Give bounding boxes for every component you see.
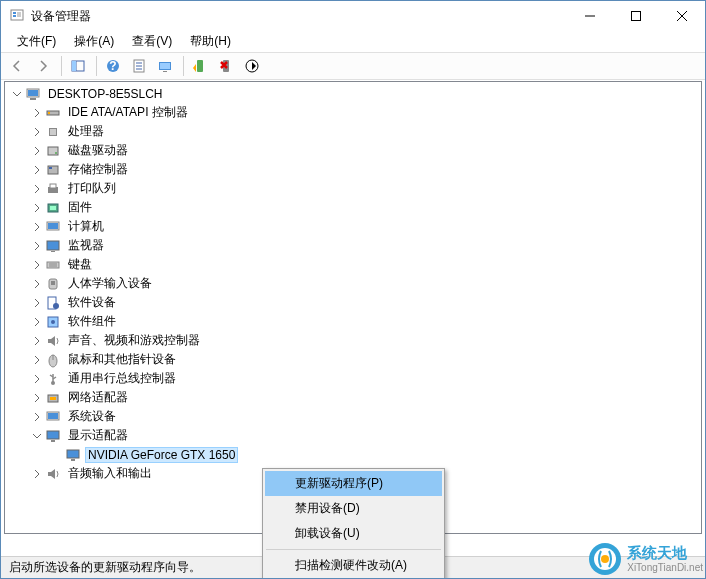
tree-category[interactable]: 打印队列: [5, 179, 701, 198]
ctx-uninstall-device[interactable]: 卸载设备(U): [265, 521, 442, 546]
category-label[interactable]: 软件组件: [65, 312, 119, 331]
menu-action[interactable]: 操作(A): [66, 31, 122, 52]
svg-rect-3: [17, 12, 21, 17]
svg-marker-24: [252, 62, 256, 70]
tree-category[interactable]: 磁盘驱动器: [5, 141, 701, 160]
tree-category[interactable]: 处理器: [5, 122, 701, 141]
minimize-button[interactable]: [567, 1, 613, 31]
chevron-right-icon[interactable]: [29, 105, 45, 121]
device-category-icon: [45, 276, 61, 292]
chevron-down-icon[interactable]: [29, 428, 45, 444]
chevron-right-icon[interactable]: [29, 295, 45, 311]
tree-device-gpu[interactable]: NVIDIA GeForce GTX 1650: [5, 445, 701, 464]
chevron-right-icon[interactable]: [29, 238, 45, 254]
category-label[interactable]: 打印队列: [65, 179, 119, 198]
chevron-down-icon[interactable]: [9, 86, 25, 102]
device-category-icon: [45, 352, 61, 368]
svg-rect-61: [48, 413, 58, 419]
chevron-right-icon[interactable]: [29, 352, 45, 368]
category-label[interactable]: 固件: [65, 198, 95, 217]
chevron-right-icon[interactable]: [29, 390, 45, 406]
category-label[interactable]: 处理器: [65, 122, 107, 141]
tree-category[interactable]: 鼠标和其他指针设备: [5, 350, 701, 369]
category-label[interactable]: 通用串行总线控制器: [65, 369, 179, 388]
chevron-right-icon[interactable]: [29, 181, 45, 197]
category-label[interactable]: IDE ATA/ATAPI 控制器: [65, 103, 191, 122]
back-button[interactable]: [5, 54, 29, 78]
chevron-right-icon[interactable]: [29, 143, 45, 159]
ctx-scan-hardware[interactable]: 扫描检测硬件改动(A): [265, 553, 442, 578]
category-label[interactable]: 计算机: [65, 217, 107, 236]
scan-button[interactable]: [153, 54, 177, 78]
tree-category[interactable]: 系统设备: [5, 407, 701, 426]
close-button[interactable]: [659, 1, 705, 31]
ctx-update-driver[interactable]: 更新驱动程序(P): [265, 471, 442, 496]
tree-category[interactable]: 声音、视频和游戏控制器: [5, 331, 701, 350]
menu-view[interactable]: 查看(V): [124, 31, 180, 52]
category-label[interactable]: 人体学输入设备: [65, 274, 155, 293]
chevron-right-icon[interactable]: [29, 371, 45, 387]
category-label[interactable]: 网络适配器: [65, 388, 131, 407]
tree-category[interactable]: 存储控制器: [5, 160, 701, 179]
tree-category[interactable]: 监视器: [5, 236, 701, 255]
chevron-right-icon[interactable]: [29, 219, 45, 235]
uninstall-button[interactable]: [214, 54, 238, 78]
tree-category[interactable]: IDE ATA/ATAPI 控制器: [5, 103, 701, 122]
category-label[interactable]: 存储控制器: [65, 160, 131, 179]
ctx-disable-device[interactable]: 禁用设备(D): [265, 496, 442, 521]
category-label[interactable]: 监视器: [65, 236, 107, 255]
properties-button[interactable]: [127, 54, 151, 78]
svg-rect-63: [51, 440, 55, 442]
chevron-right-icon[interactable]: [29, 162, 45, 178]
tree-category-display[interactable]: 显示适配器: [5, 426, 701, 445]
device-category-icon: [45, 314, 61, 330]
category-label[interactable]: 声音、视频和游戏控制器: [65, 331, 203, 350]
category-label[interactable]: 系统设备: [65, 407, 119, 426]
category-label[interactable]: 显示适配器: [65, 426, 131, 445]
device-category-icon: [45, 409, 61, 425]
tree-category[interactable]: 固件: [5, 198, 701, 217]
menu-help[interactable]: 帮助(H): [182, 31, 239, 52]
svg-point-50: [53, 303, 59, 309]
menu-file[interactable]: 文件(F): [9, 31, 64, 52]
svg-rect-62: [47, 431, 59, 439]
svg-rect-65: [71, 459, 75, 461]
tree-root[interactable]: DESKTOP-8E5SLCH: [5, 84, 701, 103]
category-label[interactable]: 鼠标和其他指针设备: [65, 350, 179, 369]
root-label[interactable]: DESKTOP-8E5SLCH: [45, 86, 166, 102]
tree-category[interactable]: 键盘: [5, 255, 701, 274]
tree-category[interactable]: 软件组件: [5, 312, 701, 331]
chevron-right-icon[interactable]: [29, 200, 45, 216]
svg-text:?: ?: [109, 59, 116, 73]
tree-category[interactable]: 网络适配器: [5, 388, 701, 407]
svg-rect-26: [28, 90, 38, 96]
device-category-icon: [45, 219, 61, 235]
chevron-right-icon[interactable]: [29, 409, 45, 425]
show-hide-button[interactable]: [66, 54, 90, 78]
chevron-right-icon[interactable]: [29, 314, 45, 330]
tree-category[interactable]: 人体学输入设备: [5, 274, 701, 293]
chevron-right-icon[interactable]: [29, 257, 45, 273]
category-label[interactable]: 键盘: [65, 255, 95, 274]
tree-category[interactable]: 软件设备: [5, 293, 701, 312]
device-label[interactable]: NVIDIA GeForce GTX 1650: [85, 447, 238, 463]
tree-category[interactable]: 计算机: [5, 217, 701, 236]
help-button[interactable]: ?: [101, 54, 125, 78]
svg-point-33: [55, 152, 57, 154]
forward-button[interactable]: [31, 54, 55, 78]
category-label[interactable]: 磁盘驱动器: [65, 141, 131, 160]
chevron-right-icon[interactable]: [29, 124, 45, 140]
display-adapter-icon: [45, 428, 61, 444]
chevron-right-icon[interactable]: [29, 276, 45, 292]
category-label[interactable]: 软件设备: [65, 293, 119, 312]
svg-rect-10: [72, 61, 76, 71]
maximize-button[interactable]: [613, 1, 659, 31]
update-button[interactable]: [240, 54, 264, 78]
enable-button[interactable]: [188, 54, 212, 78]
tree-category[interactable]: 通用串行总线控制器: [5, 369, 701, 388]
svg-rect-43: [51, 251, 55, 252]
chevron-right-icon[interactable]: [29, 333, 45, 349]
device-tree[interactable]: DESKTOP-8E5SLCH IDE ATA/ATAPI 控制器处理器磁盘驱动…: [4, 81, 702, 534]
category-label[interactable]: 音频输入和输出: [65, 464, 155, 483]
chevron-right-icon[interactable]: [29, 466, 45, 482]
